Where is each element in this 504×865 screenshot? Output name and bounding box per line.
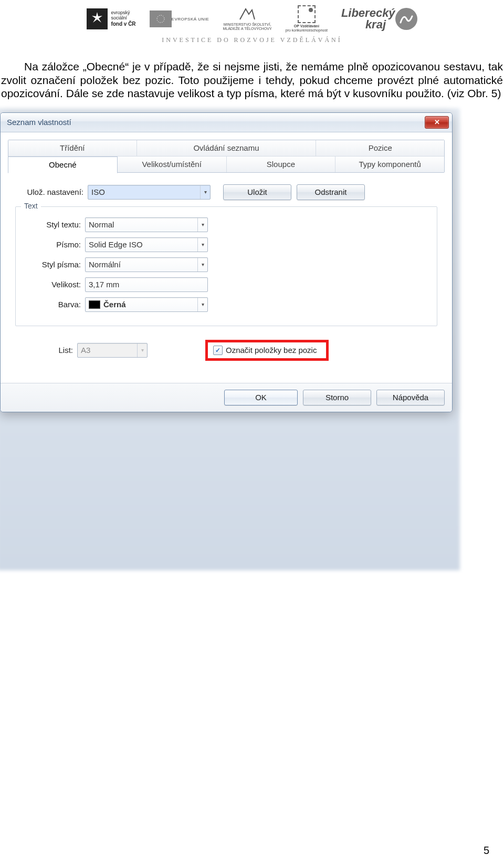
esf-text: evropský sociální fond v ČR (111, 11, 135, 27)
styl-pisma-value: Normální (89, 260, 197, 269)
ulozit-button[interactable]: Uložit (223, 184, 291, 200)
uloz-nastaveni-combo[interactable]: ISO ▾ (88, 185, 211, 200)
eu-label: EVROPSKÁ UNIE (172, 17, 209, 22)
header-logos: evropský sociální fond v ČR EVROPSKÁ UNI… (0, 5, 504, 32)
dialog-title: Seznam vlastností (7, 118, 71, 127)
mark-items-checkbox[interactable]: ✓ (213, 346, 223, 355)
barva-combo[interactable]: Černá ▾ (85, 297, 208, 312)
opvk-icon (298, 5, 316, 23)
styl-pisma-combo[interactable]: Normální ▾ (85, 257, 208, 272)
barva-value: Černá (103, 300, 197, 309)
list-combo: A3 ▾ (77, 343, 148, 358)
chevron-down-icon: ▾ (200, 185, 210, 199)
opvk-line1: OP Vzdělávání (294, 24, 319, 28)
odstranit-button[interactable]: Odstranit (297, 184, 365, 200)
storno-button[interactable]: Storno (303, 390, 371, 405)
pismo-combo[interactable]: Solid Edge ISO ▾ (85, 237, 208, 252)
dialog-titlebar: Seznam vlastností ✕ (1, 113, 452, 132)
highlight-mark-items: ✓ Označit položky bez pozic (205, 340, 329, 361)
page-number: 5 (484, 845, 489, 857)
chevron-down-icon: ▾ (137, 343, 147, 357)
esf-flag-icon (87, 8, 108, 29)
barva-label: Barva: (23, 300, 85, 309)
msmt-line1: MINISTERSTVO ŠKOLSTVÍ, (224, 23, 271, 27)
msmt-line2: MLÁDEŽE A TĚLOVÝCHOVY (223, 27, 271, 31)
tabs: Třídění Ovládání seznamu Pozice Obecné V… (8, 140, 445, 173)
liberecky-emblem-icon (395, 8, 417, 30)
list-label: List: (15, 346, 77, 355)
liberecky-line2: kraj (365, 18, 386, 31)
body-paragraph: Na záložce „Obecné“ je v případě, že si … (0, 44, 504, 100)
dialog-window: Seznam vlastností ✕ Třídění Ovládání sez… (0, 112, 453, 412)
styl-textu-label: Styl textu: (23, 220, 85, 229)
color-chip-black (89, 300, 100, 309)
close-icon: ✕ (434, 118, 440, 126)
eu-flag-icon (150, 11, 172, 27)
tab-sloupce[interactable]: Sloupce (227, 157, 336, 172)
chevron-down-icon: ▾ (197, 218, 207, 232)
napoveda-button[interactable]: Nápověda (376, 390, 445, 405)
chevron-down-icon: ▾ (197, 238, 207, 252)
tab-typy-komponentu[interactable]: Typy komponentů (335, 157, 444, 172)
dialog-footer: OK Storno Nápověda (1, 383, 452, 412)
row-list: List: A3 ▾ ✓ Označit položky bez pozic (15, 340, 437, 361)
velikost-value: 3,17 mm (89, 280, 119, 289)
pismo-label: Písmo: (23, 240, 85, 249)
mark-items-label: Označit položky bez pozic (226, 346, 317, 355)
chevron-down-icon: ▾ (197, 298, 207, 311)
dialog-screenshot: Seznam vlastností ✕ Třídění Ovládání sez… (0, 112, 457, 412)
row-pismo: Písmo: Solid Edge ISO ▾ (23, 237, 429, 252)
ok-button[interactable]: OK (224, 390, 298, 405)
row-barva: Barva: Černá ▾ (23, 297, 429, 312)
fieldset-text: Text Styl textu: Normal ▾ Písmo: Solid (15, 206, 437, 326)
fieldset-text-legend: Text (21, 202, 41, 210)
tab-velikost-umisteni[interactable]: Velikost/umístění (118, 157, 227, 172)
logo-eu: EVROPSKÁ UNIE (150, 11, 209, 27)
msmt-icon (238, 7, 256, 22)
paragraph-text: Na záložce „Obecné“ je v případě, že si … (1, 60, 503, 100)
tab-obecne[interactable]: Obecné (8, 157, 118, 173)
form-area: Ulož. nastavení: ISO ▾ Uložit Odstranit … (8, 173, 445, 373)
list-value: A3 (81, 346, 137, 355)
esf-line2: sociální (111, 15, 127, 20)
row-velikost: Velikost: 3,17 mm (23, 277, 429, 292)
opvk-line2: pro konkurenceschopnost (286, 28, 328, 33)
velikost-input[interactable]: 3,17 mm (85, 277, 208, 292)
row-styl-pisma: Styl písma: Normální ▾ (23, 257, 429, 272)
chevron-down-icon: ▾ (197, 258, 207, 272)
styl-textu-combo[interactable]: Normal ▾ (85, 217, 208, 232)
svg-point-0 (157, 15, 164, 23)
uloz-nastaveni-value: ISO (91, 187, 200, 196)
logo-esf: evropský sociální fond v ČR (87, 8, 135, 29)
pismo-value: Solid Edge ISO (89, 240, 197, 249)
logo-msmt: MINISTERSTVO ŠKOLSTVÍ, MLÁDEŽE A TĚLOVÝC… (223, 7, 271, 30)
close-button[interactable]: ✕ (425, 116, 449, 129)
logo-opvk: OP Vzdělávání pro konkurenceschopnost (286, 5, 328, 32)
tab-trideni[interactable]: Třídění (8, 140, 137, 156)
velikost-label: Velikost: (23, 280, 85, 289)
esf-line3: fond v ČR (111, 21, 135, 27)
tab-pozice[interactable]: Pozice (316, 140, 444, 156)
investice-tagline: INVESTICE DO ROZVOJE VZDĚLÁVÁNÍ (0, 36, 504, 44)
dialog-body: Třídění Ovládání seznamu Pozice Obecné V… (1, 132, 452, 383)
styl-textu-value: Normal (89, 220, 197, 229)
esf-line1: evropský (111, 10, 130, 15)
tabs-row-2: Obecné Velikost/umístění Sloupce Typy ko… (8, 156, 444, 172)
uloz-nastaveni-label: Ulož. nastavení: (15, 187, 88, 196)
tabs-row-1: Třídění Ovládání seznamu Pozice (8, 140, 444, 156)
row-uloz-nastaveni: Ulož. nastavení: ISO ▾ Uložit Odstranit (15, 184, 437, 200)
styl-pisma-label: Styl písma: (23, 260, 85, 269)
row-styl-textu: Styl textu: Normal ▾ (23, 217, 429, 232)
tab-ovladani-seznamu[interactable]: Ovládání seznamu (137, 140, 317, 156)
logo-liberecky: Liberecký kraj (341, 6, 417, 32)
